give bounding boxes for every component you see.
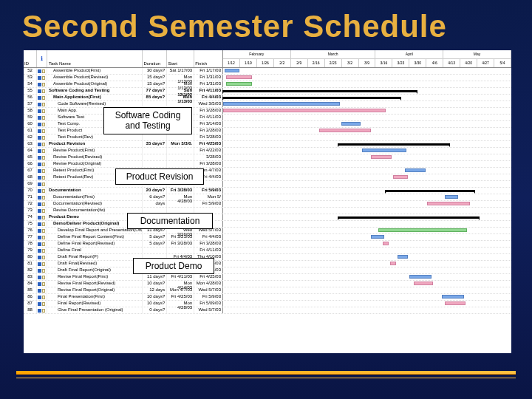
cell-info [37, 307, 47, 313]
cell-finish: Fri 4/22/03 [194, 148, 222, 154]
cell-start [167, 134, 194, 140]
gantt-bar [338, 216, 479, 219]
week-label: 1/19 [240, 59, 257, 67]
week-label: 4/27 [477, 59, 494, 67]
week-label: 3/23 [392, 59, 409, 67]
gantt-bar [225, 69, 239, 72]
gantt-bar [223, 90, 417, 92]
task-icon [38, 149, 41, 153]
cell-info [37, 294, 47, 300]
cell-start [167, 248, 194, 253]
cell-id: 85 [24, 287, 37, 293]
cell-finish: Fri 2/28/03 [194, 128, 222, 134]
cell-task: Draft Final Report(Original) [47, 267, 143, 273]
note-icon [42, 189, 45, 193]
cell-bar-area [223, 201, 511, 207]
cell-info [37, 228, 47, 233]
cell-info [37, 181, 47, 187]
cell-id: 79 [24, 248, 37, 253]
cell-task: Documentation(First) [47, 194, 143, 200]
cell-id: 56 [24, 95, 37, 100]
note-icon [42, 256, 45, 259]
cell-duration [143, 134, 167, 140]
table-row: 81Draft Final(Revised)Fri 4/4/03 [24, 261, 511, 267]
cell-info [37, 241, 47, 247]
table-row: 62Test Product(Rev)Fri 3/28/03 [24, 134, 511, 141]
cell-task: Documentation(Revised) [47, 201, 143, 207]
cell-duration: 20 days? [143, 188, 167, 194]
cell-id: 66 [24, 161, 37, 167]
note-icon [42, 269, 45, 273]
table-row: 82Draft Final Report(Original)Fri 4/11/0… [24, 267, 511, 274]
table-row: 76Develop Final Report and Presentation(… [24, 228, 511, 234]
cell-info [37, 108, 47, 114]
gantt-chart: ID ℹ Task Name Duration Start Finish Feb… [24, 50, 511, 353]
task-icon [38, 76, 41, 80]
cell-bar-area [223, 108, 511, 114]
table-row: 74Product Demo [24, 214, 511, 221]
cell-duration: 15 days? [143, 81, 167, 87]
table-row: 52Assemble Product(First)30 days?Sat 1/1… [24, 68, 511, 75]
cell-finish: Wed 3/5/03 [194, 101, 222, 107]
cell-info [37, 261, 47, 267]
footer-accent-bar [16, 371, 516, 374]
gantt-bar [393, 175, 408, 179]
cell-bar-area [223, 194, 511, 200]
note-icon [42, 143, 45, 146]
note-icon [42, 229, 45, 233]
table-row: 58Main App.Fri 3/28/03 [24, 108, 511, 115]
table-row: 88Give Final Presentation (Original)0 da… [24, 307, 511, 314]
cell-id: 52 [24, 68, 37, 74]
cell-finish: Fri 1/17/03 [194, 68, 222, 74]
task-icon [38, 309, 41, 313]
task-icon [38, 123, 41, 126]
callout-label: Documentation [127, 213, 213, 229]
gantt-bar [442, 295, 464, 299]
cell-bar-area [223, 241, 511, 247]
table-row: 63Product Revision35 days?Mon 3/3/0.Fri … [24, 141, 511, 148]
cell-id: 78 [24, 241, 37, 247]
cell-finish: Fri 3/28/03 [194, 108, 222, 114]
week-label: 1/26 [257, 59, 274, 67]
week-label: 2/16 [308, 59, 325, 67]
note-icon [42, 209, 45, 213]
cell-info [37, 115, 47, 120]
note-icon [42, 236, 45, 239]
cell-duration: 35 days? [143, 141, 167, 147]
table-row: 64Revise Product(First)Fri 4/22/03 [24, 148, 511, 154]
cell-info [37, 148, 47, 154]
cell-id: 83 [24, 274, 37, 280]
cell-id: 67 [24, 168, 37, 174]
cell-info [37, 221, 47, 227]
gantt-bar [226, 82, 252, 86]
note-icon [42, 176, 45, 180]
cell-duration: 12 days [143, 287, 167, 293]
note-icon [42, 242, 45, 246]
cell-start: Fri 3/28/03 [167, 188, 194, 194]
cell-bar-area [223, 294, 511, 300]
cell-bar-area [223, 115, 511, 120]
cell-bar-area [223, 274, 511, 280]
note-icon [42, 83, 45, 86]
cell-info [37, 128, 47, 134]
cell-id: 61 [24, 128, 37, 134]
note-icon [42, 276, 45, 279]
task-icon [38, 163, 41, 166]
note-icon [42, 282, 45, 286]
cell-task: Define Final Report Content(First) [47, 234, 143, 240]
task-icon [38, 183, 41, 186]
table-row: 77Define Final Report Content(First)5 da… [24, 234, 511, 241]
table-row: 54Assemble Product(Original)15 days?Mon … [24, 81, 511, 88]
cell-bar-area [223, 174, 511, 180]
task-icon [38, 69, 41, 73]
month-label: April [375, 50, 443, 58]
slide-title: Second Semester Schedule [0, 0, 532, 50]
cell-bar-area [223, 281, 511, 287]
table-row: 80Draft Final Report(F)Fri 4/4/03Thu 4/1… [24, 254, 511, 261]
cell-task: Define Final Report(Revised) [47, 241, 143, 247]
cell-bar-area [223, 168, 511, 174]
gantt-bar [338, 143, 449, 146]
task-icon [38, 222, 41, 226]
cell-info [37, 201, 47, 207]
week-label: 4/20 [460, 59, 477, 67]
